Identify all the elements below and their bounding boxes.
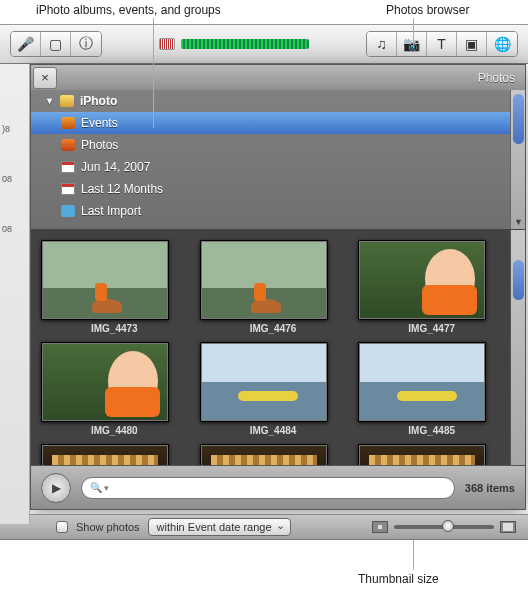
music-browser-button[interactable]: ♫ [367,32,397,56]
photo-thumbnail[interactable] [358,444,486,465]
play-slideshow-button[interactable]: ▶ [41,473,71,503]
tree-item-date[interactable]: Jun 14, 2007 [31,156,525,178]
calendar-icon [61,183,75,195]
slider-knob[interactable] [442,520,454,532]
photo-cell[interactable]: IMG_4484 [200,342,347,436]
import-icon [61,205,75,217]
timeline-rail: )8 08 08 [0,64,30,524]
grid-scrollbar[interactable] [510,230,525,465]
photo-name: IMG_4485 [358,425,505,436]
photo-name: IMG_4476 [200,323,347,334]
show-photos-checkbox[interactable] [56,521,68,533]
photos-browser-panel: × Photos ▼ iPhoto Events Photos Jun 14, … [30,64,526,510]
tree-item-last-import[interactable]: Last Import [31,200,525,222]
search-input[interactable]: 🔍 ▾ [81,477,455,499]
thumbnail-size-control [372,521,516,533]
photo-thumbnail[interactable] [200,240,328,320]
crop-icon: ▢ [49,36,62,52]
tree-item-label: Last 12 Months [81,182,163,196]
maps-browser-button[interactable]: 🌐 [487,32,517,56]
annotation-thumbnail-size-label: Thumbnail size [358,572,439,586]
titles-browser-button[interactable]: T [427,32,457,56]
source-tree: ▼ iPhoto Events Photos Jun 14, 2007 Last… [31,90,525,230]
photo-cell[interactable] [200,444,347,465]
annotation-callout-line [413,540,414,570]
photos-icon [61,139,75,151]
scrollbar-thumb[interactable] [513,260,524,300]
close-icon: × [41,70,49,85]
tree-item-label: Last Import [81,204,141,218]
timeline-mark: 08 [2,174,27,184]
timeline-mark: 08 [2,224,27,234]
photo-cell[interactable] [41,444,188,465]
tree-item-photos[interactable]: Photos [31,134,525,156]
camera-icon: 📷 [403,36,420,52]
transitions-browser-button[interactable]: ▣ [457,32,487,56]
search-icon: 🔍 [90,482,102,493]
tree-item-last12[interactable]: Last 12 Months [31,178,525,200]
search-dropdown-icon[interactable]: ▾ [104,483,109,493]
photo-thumbnail[interactable] [358,240,486,320]
photo-thumbnail[interactable] [200,444,328,465]
date-range-popup[interactable]: within Event date range [148,518,291,536]
tree-scrollbar[interactable]: ▲ ▼ [510,90,525,229]
thumbnail-large-icon[interactable] [500,521,516,533]
photo-cell[interactable]: IMG_4477 [358,240,505,334]
globe-icon: 🌐 [494,36,511,52]
item-count-label: 368 items [465,482,515,494]
scroll-down-arrow-icon[interactable]: ▼ [514,217,523,227]
thumbnail-size-slider[interactable] [394,525,494,529]
photos-browser-button[interactable]: 📷 [397,32,427,56]
text-icon: T [437,36,446,52]
panel-title: Photos [478,71,515,85]
iphoto-icon [60,95,74,107]
annotation-albums-label: iPhoto albums, events, and groups [36,3,221,17]
voice-memo-button[interactable]: 🎤 [11,32,41,56]
photo-name: IMG_4480 [41,425,188,436]
tree-item-label: Photos [81,138,118,152]
photo-name: IMG_4473 [41,323,188,334]
timeline-mark: )8 [2,124,27,134]
photo-thumbnail[interactable] [358,342,486,422]
music-icon: ♫ [376,36,387,52]
scrollbar-thumb[interactable] [513,94,524,144]
photo-name: IMG_4484 [200,425,347,436]
annotation-browser-label: Photos browser [386,3,469,17]
popup-value: within Event date range [157,521,272,533]
info-button[interactable]: ⓘ [71,32,101,56]
tree-root-iphoto[interactable]: ▼ iPhoto [31,90,525,112]
info-icon: ⓘ [79,35,93,53]
calendar-icon [61,161,75,173]
tree-root-label: iPhoto [80,94,117,108]
crop-button[interactable]: ▢ [41,32,71,56]
toolbar: 🎤 ▢ ⓘ ♫ 📷 T ▣ 🌐 [0,24,528,64]
panel-close-button[interactable]: × [33,67,57,89]
photo-cell[interactable]: IMG_4485 [358,342,505,436]
photo-cell[interactable] [358,444,505,465]
tree-item-label: Events [81,116,118,130]
tree-item-events[interactable]: Events [31,112,525,134]
photo-thumbnail[interactable] [41,240,169,320]
annotation-callout-line [413,18,414,48]
photo-thumbnail[interactable] [200,342,328,422]
audio-skimming-icon[interactable] [159,38,175,50]
photo-thumbnail[interactable] [41,342,169,422]
audio-level-bar [181,39,309,49]
photo-thumbnail[interactable] [41,444,169,465]
tree-item-label: Jun 14, 2007 [81,160,150,174]
thumbnail-small-icon[interactable] [372,521,388,533]
disclosure-triangle-icon[interactable]: ▼ [45,96,54,106]
footer-bar: Show photos within Event date range [0,514,528,540]
photo-name: IMG_4477 [358,323,505,334]
photo-cell[interactable]: IMG_4480 [41,342,188,436]
panel-header: × Photos [31,65,525,90]
photo-cell[interactable]: IMG_4473 [41,240,188,334]
transition-icon: ▣ [465,36,478,52]
microphone-icon: 🎤 [17,36,34,52]
annotation-callout-line [153,18,154,128]
photo-cell[interactable]: IMG_4476 [200,240,347,334]
events-icon [61,117,75,129]
thumbnail-grid-area: IMG_4473 IMG_4476 IMG_4477 IMG_4480 IMG_… [31,230,525,465]
play-icon: ▶ [52,481,61,495]
panel-bottom-bar: ▶ 🔍 ▾ 368 items [31,465,525,509]
